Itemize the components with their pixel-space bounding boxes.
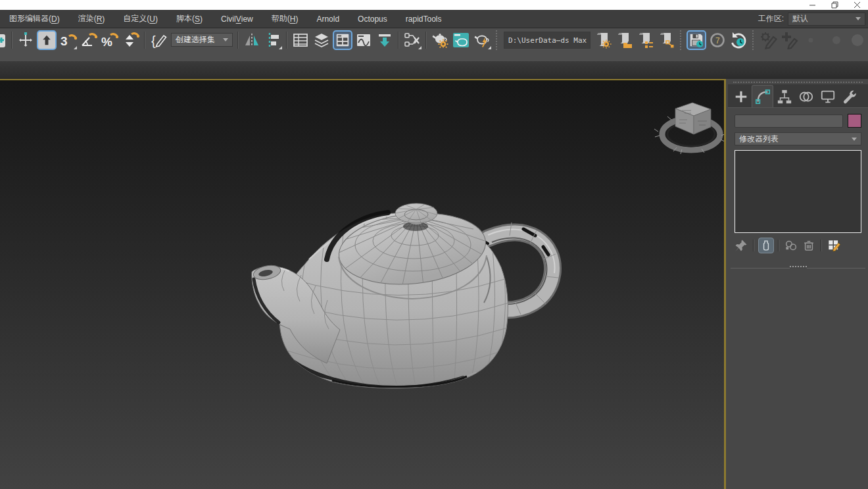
modifier-stack-list[interactable] <box>735 150 861 233</box>
minimize-button[interactable] <box>801 0 823 10</box>
close-button[interactable] <box>846 0 868 10</box>
scene-explorer-icon <box>292 32 309 49</box>
select-and-manipulate-button[interactable] <box>16 30 36 50</box>
undo-clock-icon <box>729 31 748 49</box>
material-editor-button[interactable] <box>402 30 422 50</box>
selection-region-button[interactable] <box>0 30 9 50</box>
make-unique-icon <box>784 239 798 252</box>
open-project-folder-button[interactable] <box>614 30 634 50</box>
named-selection-icon: { <box>150 32 167 49</box>
svg-text:%: % <box>101 35 112 49</box>
tab-modify[interactable] <box>752 85 773 107</box>
object-color-swatch[interactable] <box>848 114 861 128</box>
scene-explorer-button[interactable] <box>291 30 310 50</box>
percent-snap-toggle-button[interactable]: % <box>100 30 120 50</box>
rendered-frame-window-button[interactable] <box>451 30 471 50</box>
save-clock-icon <box>688 32 704 48</box>
viewcube[interactable] <box>653 95 726 159</box>
viewcube-cube[interactable] <box>675 103 711 134</box>
select-object-button[interactable] <box>37 30 57 50</box>
workspace-label: 工作区: <box>758 13 784 24</box>
scroll-gear-icon <box>594 31 612 49</box>
project-structure-button[interactable] <box>635 30 655 50</box>
rollout-grip[interactable] <box>790 266 807 269</box>
menu-rendering[interactable]: 渲染(R) <box>69 10 114 28</box>
circle-seven-icon: 7 <box>709 32 726 49</box>
configure-brush-button-disabled <box>759 30 779 50</box>
menu-scripting[interactable]: 脚本(S) <box>167 10 212 28</box>
menu-customize[interactable]: 自定义(U) <box>114 10 167 28</box>
mirror-button[interactable] <box>242 30 262 50</box>
minimize-icon <box>809 1 816 9</box>
move-cross-icon <box>18 32 34 48</box>
restore-button[interactable] <box>823 0 846 10</box>
trash-icon <box>802 239 815 252</box>
chevron-down-icon <box>852 138 857 141</box>
tab-utilities[interactable] <box>838 86 860 107</box>
schematic-view-button[interactable] <box>375 30 395 50</box>
remove-modifier-button[interactable] <box>801 238 817 253</box>
menu-graph-editors[interactable]: 图形编辑器(D) <box>0 10 69 28</box>
menu-octopus[interactable]: Octopus <box>349 10 397 28</box>
percent-snap-icon: % <box>101 31 119 49</box>
modifier-stack-toolbar <box>733 238 863 253</box>
menu-arnold[interactable]: Arnold <box>307 10 349 28</box>
main-toolbar: 3 % { 创建选择集 <box>0 28 868 61</box>
layer-explorer-button[interactable] <box>312 30 331 50</box>
pin-stack-button[interactable] <box>733 238 749 253</box>
snaps-toggle-button[interactable]: 3 <box>58 30 78 50</box>
plus-brush-icon <box>781 31 799 49</box>
spinner-snap-icon <box>122 31 140 49</box>
project-settings-button[interactable] <box>593 30 613 50</box>
object-name-field[interactable] <box>735 115 843 128</box>
perspective-viewport[interactable] <box>0 79 726 489</box>
make-unique-button[interactable] <box>783 238 799 253</box>
rollout-divider[interactable] <box>731 268 865 269</box>
configure-modifier-sets-button[interactable] <box>826 238 842 253</box>
scroll-folder-icon <box>615 31 633 49</box>
panel-drag-handle[interactable] <box>733 82 863 83</box>
svg-text:3: 3 <box>60 34 68 48</box>
toggle-ribbon-button[interactable] <box>333 30 352 50</box>
edit-named-selection-sets-button[interactable]: { <box>149 30 168 50</box>
version-badge-button[interactable]: 7 <box>708 30 727 50</box>
tab-create[interactable] <box>730 86 752 107</box>
spinner-snap-toggle-button[interactable] <box>121 30 141 50</box>
close-icon <box>854 1 861 9</box>
menu-bar: 图形编辑器(D) 渲染(R) 自定义(U) 脚本(S) Civil View 帮… <box>0 10 868 28</box>
tab-display[interactable] <box>817 86 838 107</box>
dock-down-arrow-icon <box>376 32 393 49</box>
create-plus-icon <box>733 89 749 105</box>
utilities-wrench-icon <box>842 89 857 105</box>
display-monitor-icon <box>820 89 836 105</box>
tab-hierarchy[interactable] <box>773 86 795 107</box>
add-brush-button-disabled <box>780 30 800 50</box>
ribbon-collapsed-strip[interactable] <box>0 61 868 79</box>
show-end-result-button[interactable] <box>758 238 774 253</box>
mirror-icon <box>243 32 260 49</box>
named-selection-set-dropdown[interactable]: 创建选择集 <box>171 33 233 47</box>
restore-autobackup-button[interactable] <box>729 30 748 50</box>
angle-snap-toggle-button[interactable] <box>79 30 99 50</box>
menu-civil-view[interactable]: Civil View <box>212 10 262 28</box>
project-nodes-button[interactable] <box>656 30 676 50</box>
align-button[interactable] <box>263 30 283 50</box>
teapot-object[interactable] <box>0 80 724 489</box>
autobackup-save-button[interactable] <box>687 30 706 50</box>
selection-region-icon <box>0 32 9 50</box>
rendered-frame-icon <box>452 31 470 49</box>
render-production-button[interactable] <box>472 30 492 50</box>
tab-motion[interactable] <box>795 86 817 107</box>
menu-rapidtools[interactable]: rapidTools <box>397 10 451 28</box>
svg-text:7: 7 <box>715 36 720 45</box>
render-setup-teapot-gear-icon <box>431 31 449 49</box>
select-arrow-icon <box>41 34 53 46</box>
render-setup-button[interactable] <box>430 30 450 50</box>
project-folder-dropdown[interactable]: D:\UserData⋯ds Max 2023 <box>504 32 591 49</box>
modifier-list-dropdown[interactable]: 修改器列表 <box>735 132 861 145</box>
layers-icon <box>313 32 330 49</box>
workspace-dropdown[interactable]: 默认 <box>788 13 865 26</box>
menu-help[interactable]: 帮助(H) <box>262 10 308 28</box>
curve-editor-button[interactable] <box>354 30 374 50</box>
chevron-down-icon <box>856 17 861 20</box>
